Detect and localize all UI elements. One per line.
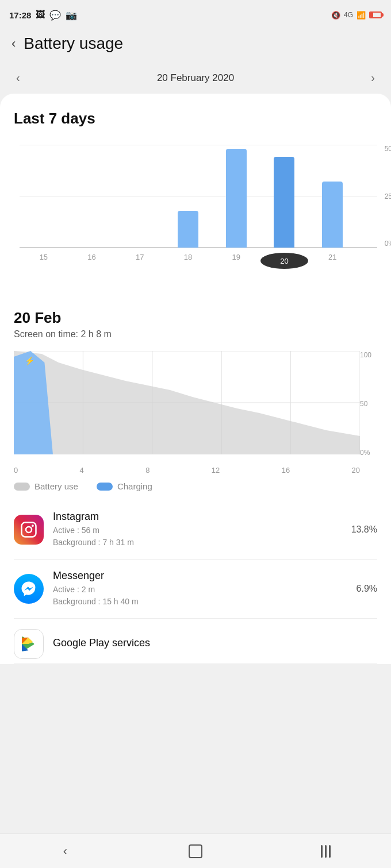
back-button[interactable]: ‹ bbox=[12, 36, 16, 51]
date-prev-button[interactable]: ‹ bbox=[16, 71, 20, 84]
status-time: 17:28 bbox=[9, 10, 31, 20]
chart-legend: Battery use Charging bbox=[0, 474, 391, 500]
nav-back-button[interactable]: ‹ bbox=[51, 840, 79, 863]
google-play-app-icon bbox=[14, 629, 44, 659]
app-item-instagram[interactable]: Instagram Active : 56 m Background : 7 h… bbox=[14, 500, 377, 560]
battery-legend-item: Battery use bbox=[14, 481, 78, 491]
instagram-percent: 13.8% bbox=[351, 524, 377, 535]
bar-group-17[interactable] bbox=[116, 145, 164, 248]
nav-home-button[interactable] bbox=[181, 840, 210, 863]
page-title: Battery usage bbox=[24, 34, 123, 53]
instagram-background: Background : 7 h 31 m bbox=[53, 537, 342, 549]
date-navigation: ‹ 20 February 2020 › bbox=[0, 62, 391, 94]
bar-group-21[interactable] bbox=[308, 145, 356, 248]
battery-legend-label: Battery use bbox=[34, 481, 78, 491]
chart-y-labels: 50 25 0% bbox=[385, 145, 391, 248]
battery-icon bbox=[369, 11, 382, 18]
day-detail-section: 20 Feb Screen on time: 2 h 8 m ⚡ 100 50 bbox=[0, 298, 391, 474]
header: ‹ Battery usage bbox=[0, 28, 391, 62]
status-time-area: 17:28 🖼 💬 📷 bbox=[9, 10, 77, 21]
day-title: 20 Feb bbox=[14, 309, 377, 327]
messenger-active: Active : 2 m bbox=[53, 584, 347, 596]
area-chart-svg: ⚡ bbox=[14, 351, 360, 454]
messenger-percent: 6.9% bbox=[356, 584, 377, 594]
messenger-app-info: Messenger Active : 2 m Background : 15 h… bbox=[53, 570, 347, 608]
bar-group-20[interactable] bbox=[260, 145, 309, 248]
instagram-app-icon bbox=[14, 515, 44, 545]
week-chart-card: Last 7 days 50 25 0% bbox=[0, 94, 391, 298]
bar-group-19[interactable] bbox=[212, 145, 260, 248]
google-play-app-info: Google Play services bbox=[53, 637, 377, 651]
date-display: 20 February 2020 bbox=[157, 72, 234, 84]
svg-text:⚡: ⚡ bbox=[25, 356, 35, 366]
messenger-app-icon bbox=[14, 574, 44, 604]
nav-recents-button[interactable] bbox=[312, 840, 340, 863]
screen-on-time: Screen on time: 2 h 8 m bbox=[14, 329, 377, 340]
bar-group-18[interactable] bbox=[164, 145, 212, 248]
charging-legend-item: Charging bbox=[97, 481, 152, 491]
week-chart-title: Last 7 days bbox=[14, 110, 377, 128]
app-item-messenger[interactable]: Messenger Active : 2 m Background : 15 h… bbox=[14, 560, 377, 619]
mute-icon: 🔇 bbox=[331, 11, 340, 20]
svg-rect-9 bbox=[22, 523, 36, 537]
messenger-name: Messenger bbox=[53, 570, 347, 582]
google-play-name: Google Play services bbox=[53, 637, 377, 649]
app-list: Instagram Active : 56 m Background : 7 h… bbox=[0, 500, 391, 664]
bar-chart: 50 25 0% bbox=[20, 145, 377, 248]
instagram-app-info: Instagram Active : 56 m Background : 7 h… bbox=[53, 511, 342, 549]
area-x-labels: 0 4 8 12 16 20 bbox=[14, 464, 377, 474]
signal-icon: 📶 bbox=[356, 11, 366, 20]
battery-legend-dot bbox=[14, 483, 30, 491]
app-item-google-play[interactable]: Google Play services bbox=[14, 619, 377, 664]
area-chart-container: ⚡ 100 50 0% bbox=[14, 351, 377, 457]
area-chart-y-labels: 100 50 0% bbox=[360, 351, 377, 457]
status-bar: 17:28 🖼 💬 📷 🔇 4G 📶 bbox=[0, 0, 391, 28]
messenger-background: Background : 15 h 40 m bbox=[53, 596, 347, 608]
photo-icon: 🖼 bbox=[36, 10, 45, 20]
bottom-navigation: ‹ bbox=[0, 834, 391, 868]
charging-legend-dot bbox=[97, 483, 113, 491]
bar-group-16[interactable] bbox=[68, 145, 116, 248]
status-right-icons: 🔇 4G 📶 bbox=[331, 11, 382, 20]
instagram-status-icon: 📷 bbox=[66, 10, 77, 21]
instagram-name: Instagram bbox=[53, 511, 342, 523]
svg-point-11 bbox=[32, 524, 34, 527]
date-next-button[interactable]: › bbox=[371, 71, 375, 84]
charging-legend-label: Charging bbox=[117, 481, 152, 491]
bar-group-15[interactable] bbox=[20, 145, 68, 248]
svg-point-10 bbox=[26, 527, 32, 533]
selected-day-label: 20 bbox=[260, 253, 309, 269]
bar-chart-container: 50 25 0% bbox=[14, 139, 377, 286]
bar-x-labels: 15 16 17 18 19 20 21 bbox=[20, 253, 377, 269]
messenger-status-icon: 💬 bbox=[49, 10, 61, 21]
network-type: 4G bbox=[344, 11, 353, 19]
instagram-active: Active : 56 m bbox=[53, 524, 342, 537]
